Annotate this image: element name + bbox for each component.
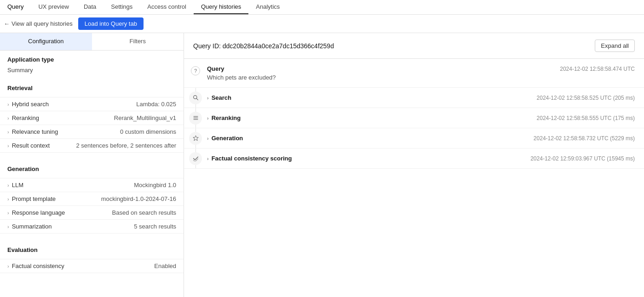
back-link[interactable]: ← View all query histories xyxy=(4,20,73,27)
config-row-hybrid-search[interactable]: › Hybrid search Lambda: 0.025 xyxy=(0,97,184,111)
step-row-reranking: › Reranking 2024-12-02 12:58:58.555 UTC … xyxy=(184,108,644,128)
query-id-label: Query ID: xyxy=(193,42,223,50)
tab-filters[interactable]: Filters xyxy=(92,33,184,50)
evaluation-section: Evaluation xyxy=(0,241,184,259)
summarization-value: 5 search results xyxy=(134,223,176,230)
prompt-template-label: Prompt template xyxy=(12,195,56,202)
reranking-timestamp: 2024-12-02 12:58:58.555 UTC (175 ms) xyxy=(537,115,635,121)
retrieval-title: Retrieval xyxy=(7,85,176,91)
reranking-icon[interactable] xyxy=(189,112,202,125)
result-context-value: 2 sentences before, 2 sentences after xyxy=(76,142,176,149)
evaluation-rows: › Factual consistency Enabled xyxy=(0,259,184,273)
reranking-value: Rerank_Multilingual_v1 xyxy=(114,114,176,121)
chevron-icon: › xyxy=(7,183,9,188)
hybrid-search-value: Lambda: 0.025 xyxy=(136,101,176,108)
reranking-label: Reranking xyxy=(12,114,39,121)
query-block: ? Query 2024-12-02 12:58:58.474 UTC Whic… xyxy=(184,59,644,88)
generation-rows: › LLM Mockingbird 1.0 › Prompt template … xyxy=(0,178,184,234)
nav-access-control[interactable]: Access control xyxy=(140,0,194,14)
query-id-value: ddc20b2844a0ce2a7dc15d366c4f259d xyxy=(223,42,334,50)
factual-consistency-value: Enabled xyxy=(154,263,176,269)
nav-query-histories[interactable]: Query histories xyxy=(194,0,248,14)
search-chevron-icon[interactable]: › xyxy=(207,95,209,101)
config-row-prompt-template[interactable]: › Prompt template mockingbird-1.0-2024-0… xyxy=(0,192,184,206)
llm-value: Mockingbird 1.0 xyxy=(134,182,176,188)
result-context-label: Result context xyxy=(12,142,50,149)
factual-consistency-scoring-icon[interactable] xyxy=(189,152,202,165)
generation-section: Generation xyxy=(0,160,184,178)
relevance-tuning-label: Relevance tuning xyxy=(12,128,58,135)
app-type-section: Application type Summary xyxy=(0,51,184,79)
svg-line-1 xyxy=(196,98,198,100)
config-row-response-language[interactable]: › Response language Based on search resu… xyxy=(0,206,184,219)
generation-icon[interactable] xyxy=(189,132,202,145)
app-type-title: Application type xyxy=(7,56,176,63)
hybrid-search-label: Hybrid search xyxy=(12,101,49,108)
right-panel: Query ID: ddc20b2844a0ce2a7dc15d366c4f25… xyxy=(184,33,644,297)
query-id: Query ID: ddc20b2844a0ce2a7dc15d366c4f25… xyxy=(193,42,334,50)
prompt-template-value: mockingbird-1.0-2024-07-16 xyxy=(101,195,176,202)
nav-settings[interactable]: Settings xyxy=(104,0,140,14)
nav-analytics[interactable]: Analytics xyxy=(248,0,287,14)
chevron-icon: › xyxy=(7,263,9,269)
config-row-summarization[interactable]: › Summarization 5 search results xyxy=(0,219,184,234)
reranking-chevron-icon[interactable]: › xyxy=(207,115,209,121)
right-header: Query ID: ddc20b2844a0ce2a7dc15d366c4f25… xyxy=(184,33,644,59)
steps-container: › Search 2024-12-02 12:58:58.525 UTC (20… xyxy=(184,88,644,169)
config-row-factual-consistency[interactable]: › Factual consistency Enabled xyxy=(0,259,184,273)
back-arrow-icon: ← xyxy=(4,20,10,27)
factual-scoring-chevron-icon[interactable]: › xyxy=(207,156,209,161)
factual-scoring-label: Factual consistency scoring xyxy=(212,155,292,162)
chevron-icon: › xyxy=(7,210,9,216)
nav-data[interactable]: Data xyxy=(76,0,104,14)
relevance-tuning-value: 0 custom dimensions xyxy=(120,128,176,135)
tab-configuration[interactable]: Configuration xyxy=(0,33,92,50)
generation-timestamp: 2024-12-02 12:58:58.732 UTC (5229 ms) xyxy=(534,135,635,142)
evaluation-title: Evaluation xyxy=(7,246,176,253)
back-link-label: View all query histories xyxy=(12,20,73,27)
retrieval-rows: › Hybrid search Lambda: 0.025 › Rerankin… xyxy=(0,97,184,153)
chevron-icon: › xyxy=(7,224,9,229)
factual-scoring-timestamp: 2024-12-02 12:59:03.967 UTC (15945 ms) xyxy=(530,155,635,162)
svg-marker-5 xyxy=(193,136,198,141)
query-text: Which pets are excluded? xyxy=(207,74,635,81)
step-row-factual-consistency-scoring: › Factual consistency scoring 2024-12-02… xyxy=(184,148,644,169)
search-icon[interactable] xyxy=(189,91,202,104)
sidebar-tabs: Configuration Filters xyxy=(0,33,184,51)
expand-all-button[interactable]: Expand all xyxy=(595,40,635,52)
config-row-relevance-tuning[interactable]: › Relevance tuning 0 custom dimensions xyxy=(0,125,184,138)
step-row-search: › Search 2024-12-02 12:58:58.525 UTC (20… xyxy=(184,88,644,108)
main-layout: Configuration Filters Application type S… xyxy=(0,33,644,297)
config-row-result-context[interactable]: › Result context 2 sentences before, 2 s… xyxy=(0,138,184,153)
query-block-label: Query xyxy=(207,65,224,72)
summarization-label: Summarization xyxy=(12,223,52,230)
chevron-icon: › xyxy=(7,102,9,107)
nav-query[interactable]: Query xyxy=(0,0,31,14)
chevron-icon: › xyxy=(7,129,9,135)
chevron-icon: › xyxy=(7,115,9,121)
response-language-value: Based on search results xyxy=(112,209,176,216)
chevron-icon: › xyxy=(7,143,9,148)
search-label: Search xyxy=(212,94,231,101)
llm-label: LLM xyxy=(12,182,23,188)
load-into-query-tab-button[interactable]: Load into Query tab xyxy=(78,17,144,30)
generation-label: Generation xyxy=(212,135,243,142)
sidebar: Configuration Filters Application type S… xyxy=(0,33,184,297)
config-row-reranking[interactable]: › Reranking Rerank_Multilingual_v1 xyxy=(0,111,184,125)
reranking-label: Reranking xyxy=(212,114,241,121)
factual-consistency-label: Factual consistency xyxy=(12,263,64,269)
nav-ux-preview[interactable]: UX preview xyxy=(31,0,76,14)
generation-title: Generation xyxy=(7,166,176,172)
response-language-label: Response language xyxy=(12,209,65,216)
chevron-icon: › xyxy=(7,196,9,202)
generation-chevron-icon[interactable]: › xyxy=(207,136,209,141)
top-nav: Query UX preview Data Settings Access co… xyxy=(0,0,644,15)
action-bar: ← View all query histories Load into Que… xyxy=(0,15,644,33)
search-timestamp: 2024-12-02 12:58:58.525 UTC (205 ms) xyxy=(537,95,635,101)
config-row-llm[interactable]: › LLM Mockingbird 1.0 xyxy=(0,178,184,192)
step-row-generation: › Generation 2024-12-02 12:58:58.732 UTC… xyxy=(184,128,644,148)
retrieval-section: Retrieval xyxy=(0,79,184,97)
query-help-icon[interactable]: ? xyxy=(191,66,200,75)
app-type-value: Summary xyxy=(7,67,176,77)
query-timestamp: 2024-12-02 12:58:58.474 UTC xyxy=(560,66,635,72)
